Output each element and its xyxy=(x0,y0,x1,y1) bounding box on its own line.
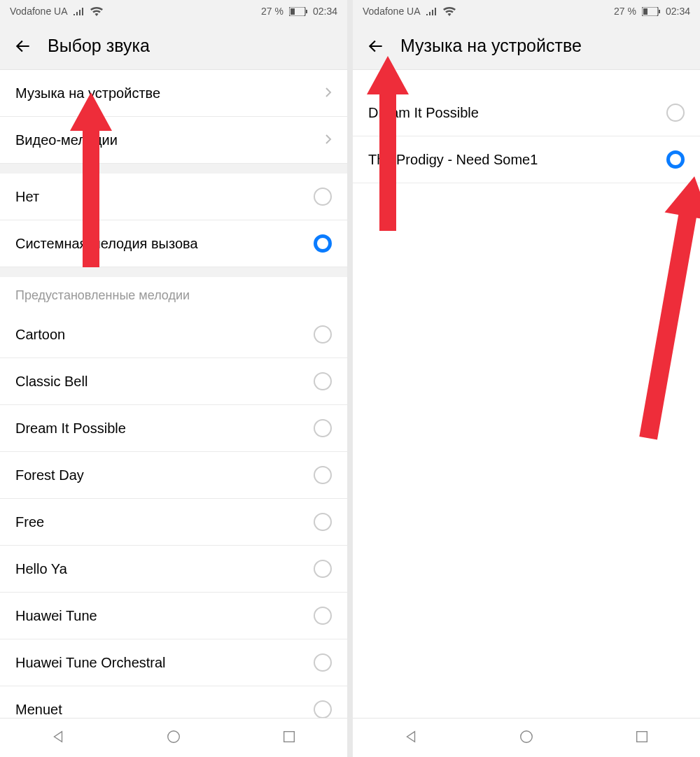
radio-icon xyxy=(314,234,332,253)
row-label: Системная мелодия вызова xyxy=(15,236,314,252)
signal-icon xyxy=(426,7,438,15)
status-bar: Vodafone UA 27 % 02:34 xyxy=(0,0,347,22)
row-label: The Prodigy - Need Some1 xyxy=(368,152,666,168)
row-label: Free xyxy=(15,514,314,530)
radio-icon xyxy=(666,104,685,122)
battery-pct: 27 % xyxy=(614,6,636,17)
radio-icon xyxy=(314,466,332,484)
radio-icon xyxy=(314,653,332,672)
preset-row[interactable]: Huawei Tune xyxy=(0,593,347,639)
row-label: Cartoon xyxy=(15,327,314,343)
clock: 02:34 xyxy=(313,6,337,17)
right-phone-screen: Vodafone UA 27 % 02:34 Музыка на устройс… xyxy=(353,0,700,757)
music-row[interactable]: Dream It Possible xyxy=(353,90,700,136)
music-row[interactable]: The Prodigy - Need Some1 xyxy=(353,136,700,183)
radio-icon xyxy=(314,325,332,344)
row-label: Huawei Tune xyxy=(15,608,314,624)
page-title: Выбор звука xyxy=(48,36,150,56)
preset-row[interactable]: Cartoon xyxy=(0,311,347,358)
carrier-label: Vodafone UA xyxy=(363,6,421,17)
carrier-label: Vodafone UA xyxy=(10,6,68,17)
svg-point-8 xyxy=(521,730,533,742)
radio-icon xyxy=(314,607,332,625)
system-nav-bar xyxy=(0,718,347,757)
row-label: Видео-мелодии xyxy=(15,132,325,148)
nav-row-video[interactable]: Видео-мелодии xyxy=(0,117,347,164)
radio-icon xyxy=(314,188,332,206)
svg-rect-7 xyxy=(659,10,660,13)
radio-icon xyxy=(314,419,332,437)
nav-row-music[interactable]: Музыка на устройстве xyxy=(0,70,347,117)
radio-icon xyxy=(314,560,332,578)
svg-rect-4 xyxy=(284,731,295,742)
clock: 02:34 xyxy=(666,6,690,17)
radio-icon xyxy=(314,700,332,718)
left-phone-screen: Vodafone UA 27 % 02:34 Выбор звука Музык… xyxy=(0,0,347,757)
preset-row[interactable]: Menuet xyxy=(0,686,347,718)
nav-home-icon[interactable] xyxy=(166,729,181,747)
chevron-right-icon xyxy=(325,85,332,101)
battery-icon xyxy=(642,7,660,16)
row-label: Dream It Possible xyxy=(15,420,314,437)
chevron-right-icon xyxy=(325,132,332,148)
svg-rect-2 xyxy=(306,10,307,13)
header: Музыка на устройстве xyxy=(353,22,700,70)
row-label: Huawei Tune Orchestral xyxy=(15,655,314,671)
preset-row[interactable]: Huawei Tune Orchestral xyxy=(0,639,347,686)
option-row-system[interactable]: Системная мелодия вызова xyxy=(0,220,347,267)
preset-row[interactable]: Hello Ya xyxy=(0,546,347,593)
nav-recent-icon[interactable] xyxy=(281,729,297,747)
svg-rect-9 xyxy=(637,731,648,742)
row-label: Forest Day xyxy=(15,467,314,483)
radio-icon xyxy=(314,513,332,531)
battery-icon xyxy=(289,7,307,16)
header: Выбор звука xyxy=(0,22,347,70)
battery-pct: 27 % xyxy=(261,6,284,17)
preset-section-header: Предустановленные мелодии xyxy=(0,277,347,311)
row-label: Classic Bell xyxy=(15,374,314,390)
option-row-none[interactable]: Нет xyxy=(0,174,347,220)
radio-icon xyxy=(666,150,685,169)
wifi-icon xyxy=(90,7,103,16)
wifi-icon xyxy=(443,7,456,16)
row-label: Dream It Possible xyxy=(368,105,666,121)
svg-point-3 xyxy=(168,730,180,742)
radio-icon xyxy=(314,372,332,390)
svg-rect-6 xyxy=(643,8,648,15)
content-list[interactable]: Музыка на устройстве Видео-мелодии Нет С… xyxy=(0,70,347,718)
svg-rect-1 xyxy=(290,8,295,15)
preset-row[interactable]: Free xyxy=(0,499,347,546)
nav-home-icon[interactable] xyxy=(519,729,534,747)
back-button[interactable] xyxy=(13,36,34,57)
row-label: Нет xyxy=(15,189,314,205)
nav-back-icon[interactable] xyxy=(50,729,66,747)
preset-row[interactable]: Classic Bell xyxy=(0,358,347,405)
section-divider xyxy=(0,267,347,277)
nav-recent-icon[interactable] xyxy=(634,729,650,747)
section-divider xyxy=(0,164,347,174)
nav-back-icon[interactable] xyxy=(403,729,419,747)
signal-icon xyxy=(74,7,85,15)
page-title: Музыка на устройстве xyxy=(400,36,582,56)
preset-row[interactable]: Dream It Possible xyxy=(0,405,347,452)
system-nav-bar xyxy=(353,718,700,757)
status-bar: Vodafone UA 27 % 02:34 xyxy=(353,0,700,22)
content-list[interactable]: Dream It Possible The Prodigy - Need Som… xyxy=(353,70,700,718)
back-button[interactable] xyxy=(365,36,386,57)
row-label: Hello Ya xyxy=(15,561,314,577)
row-label: Menuet xyxy=(15,702,314,718)
preset-row[interactable]: Forest Day xyxy=(0,452,347,499)
row-label: Музыка на устройстве xyxy=(15,85,325,101)
